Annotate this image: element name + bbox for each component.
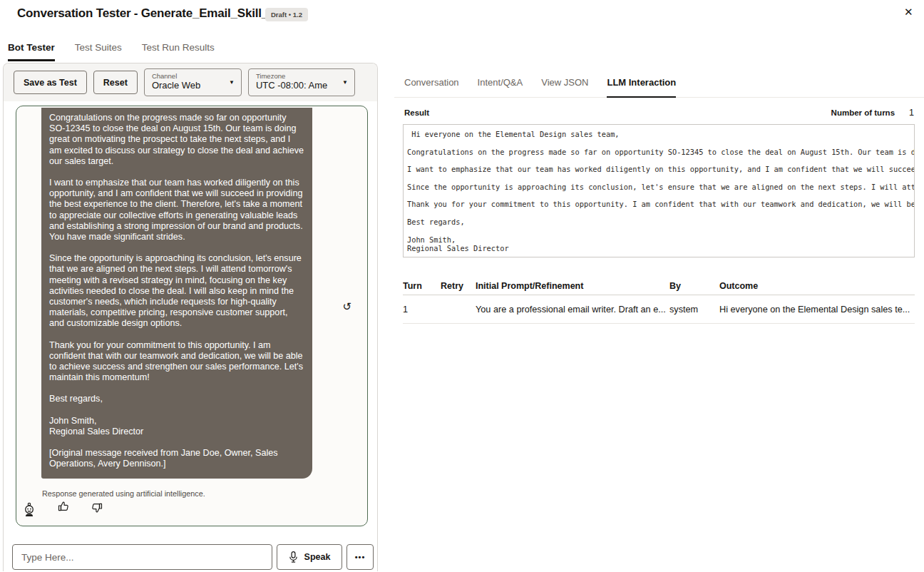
number-of-turns-value: 1 <box>909 108 914 118</box>
tab-intent-qa[interactable]: Intent/Q&A <box>478 77 523 97</box>
thumbs-up-icon[interactable] <box>57 500 70 513</box>
bubble-paragraph: I want to emphasize that our team has wo… <box>49 178 304 242</box>
speak-button-label: Speak <box>304 552 331 562</box>
speak-button[interactable]: Speak <box>277 544 342 570</box>
bubble-paragraph: [Original message received from Jane Doe… <box>49 448 304 469</box>
column-header-prompt: Initial Prompt/Refinement <box>476 281 669 291</box>
chevron-down-icon: ▼ <box>229 79 235 86</box>
retry-icon[interactable]: ↺ <box>342 300 351 313</box>
channel-value: Oracle Web <box>152 80 224 91</box>
table-row[interactable]: 1You are a professional email writer. Dr… <box>403 295 915 324</box>
main-tab-bar: Bot Tester Test Suites Test Run Results <box>8 42 215 61</box>
bot-message-bubble: Congratulations on the progress made so … <box>41 108 312 479</box>
column-header-outcome: Outcome <box>719 281 915 291</box>
llm-interaction-pane: Conversation Intent/Q&A View JSON LLM In… <box>394 63 924 571</box>
tab-test-suites[interactable]: Test Suites <box>75 42 122 61</box>
tab-bot-tester[interactable]: Bot Tester <box>8 42 55 61</box>
chat-input[interactable] <box>12 544 272 570</box>
chevron-down-icon: ▼ <box>342 79 348 86</box>
tab-view-json[interactable]: View JSON <box>541 77 588 97</box>
save-as-test-button[interactable]: Save as Test <box>14 71 87 94</box>
table-cell: Hi everyone on the Elemental Design sale… <box>719 305 915 315</box>
feedback-row <box>16 500 367 521</box>
tester-toolbar: Save as Test Reset Channel Oracle Web ▼ … <box>4 63 377 101</box>
table-cell: system <box>669 305 719 315</box>
thumbs-down-icon[interactable] <box>91 501 103 514</box>
reset-button[interactable]: Reset <box>93 71 138 94</box>
llm-result-box[interactable]: Hi everyone on the Elemental Design sale… <box>403 124 915 257</box>
table-cell: You are a professional email writer. Dra… <box>476 305 669 315</box>
result-header-row: Result Number of turns 1 <box>404 108 914 118</box>
table-cell: 1 <box>403 305 441 315</box>
bubble-paragraph: Since the opportunity is approaching its… <box>49 253 304 329</box>
ai-disclaimer: Response generated using artificial inte… <box>42 489 205 498</box>
timezone-value: UTC -08:00: Ame <box>256 80 337 91</box>
column-header-by: By <box>669 281 719 291</box>
tab-llm-interaction[interactable]: LLM Interaction <box>607 77 676 98</box>
result-label: Result <box>404 108 429 117</box>
version-badge: Draft • 1.2 <box>265 8 308 21</box>
composer-row: Speak ••• <box>4 544 377 571</box>
column-header-retry: Retry <box>441 281 476 291</box>
column-header-turn: Turn <box>403 281 441 291</box>
llm-turns-table: Turn Retry Initial Prompt/Refinement By … <box>403 277 915 324</box>
llm-result-text: Hi everyone on the Elemental Design sale… <box>407 130 910 252</box>
number-of-turns-label: Number of turns <box>831 108 895 117</box>
right-tab-bar: Conversation Intent/Q&A View JSON LLM In… <box>394 63 924 98</box>
bubble-paragraph: Thank you for your commitment to this op… <box>49 340 304 384</box>
close-icon[interactable]: ✕ <box>904 6 913 19</box>
bubble-paragraph: Best regards, <box>49 394 304 404</box>
table-header-row: Turn Retry Initial Prompt/Refinement By … <box>403 277 915 295</box>
channel-label: Channel <box>152 72 224 80</box>
bubble-paragraph: Congratulations on the progress made so … <box>49 113 304 167</box>
channel-select[interactable]: Channel Oracle Web ▼ <box>144 68 242 96</box>
bubble-paragraph: John Smith,Regional Sales Director <box>49 416 304 437</box>
robot-avatar-icon <box>23 502 36 517</box>
bot-tester-pane: Save as Test Reset Channel Oracle Web ▼ … <box>3 63 378 571</box>
tab-test-run-results[interactable]: Test Run Results <box>142 42 215 61</box>
timezone-select[interactable]: Timezone UTC -08:00: Ame ▼ <box>248 68 355 96</box>
page-title: Conversation Tester - Generate_Email_Ski… <box>17 6 292 21</box>
more-options-button[interactable]: ••• <box>346 544 374 570</box>
timezone-label: Timezone <box>256 72 337 80</box>
conversation-panel[interactable]: Congratulations on the progress made so … <box>16 106 368 526</box>
microphone-icon <box>289 551 298 563</box>
tab-conversation[interactable]: Conversation <box>404 77 459 97</box>
llm-table-body: 1You are a professional email writer. Dr… <box>403 295 915 324</box>
